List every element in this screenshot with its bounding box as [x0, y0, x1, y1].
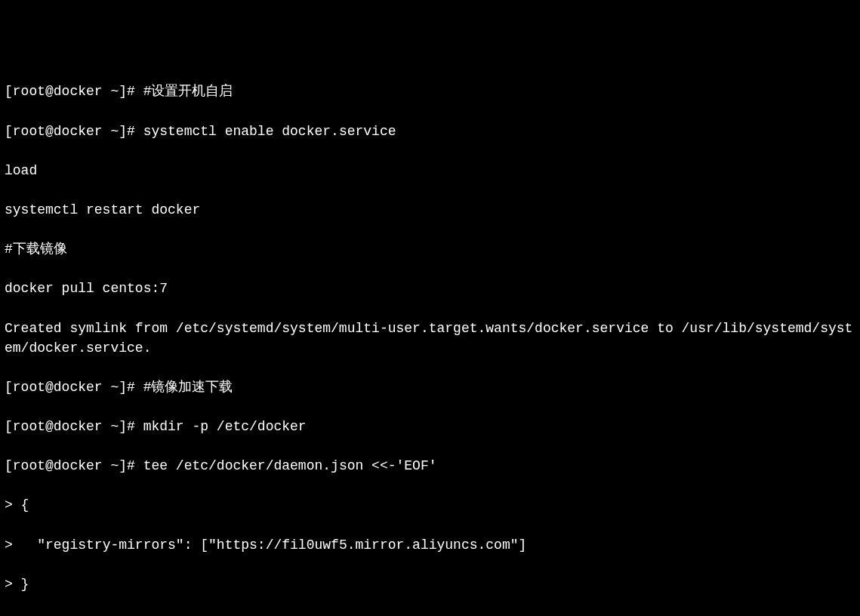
command-comment: #设置开机自启	[143, 84, 233, 99]
heredoc-prompt: >	[5, 537, 21, 553]
output-line: load	[5, 161, 855, 180]
heredoc-line: > }	[5, 574, 855, 594]
heredoc-content: {	[21, 497, 29, 513]
heredoc-prompt: >	[5, 497, 21, 513]
command: mkdir -p /etc/docker	[143, 419, 307, 434]
terminal-line: [root@docker ~]# #设置开机自启	[5, 82, 855, 101]
shell-prompt: [root@docker ~]#	[5, 458, 143, 473]
shell-prompt: [root@docker ~]#	[5, 124, 143, 139]
terminal-line: [root@docker ~]# mkdir -p /etc/docker	[5, 417, 855, 436]
heredoc-content: "registry-mirrors": ["https://fil0uwf5.m…	[21, 537, 527, 553]
shell-prompt: [root@docker ~]#	[5, 380, 143, 395]
heredoc-line: > "registry-mirrors": ["https://fil0uwf5…	[5, 535, 855, 555]
output-line: docker pull centos:7	[5, 279, 855, 298]
output-line: #下载镜像	[5, 239, 855, 259]
terminal-line: [root@docker ~]# systemctl enable docker…	[5, 122, 855, 141]
heredoc-content: }	[21, 577, 29, 592]
terminal-line: [root@docker ~]# #镜像加速下载	[5, 377, 855, 397]
command: tee /etc/docker/daemon.json <<-'EOF'	[143, 458, 437, 473]
heredoc-line: > {	[5, 495, 855, 515]
terminal-line: [root@docker ~]# tee /etc/docker/daemon.…	[5, 456, 855, 476]
shell-prompt: [root@docker ~]#	[5, 84, 143, 99]
heredoc-prompt: >	[5, 577, 21, 592]
output-line: Created symlink from /etc/systemd/system…	[5, 319, 855, 358]
shell-prompt: [root@docker ~]#	[5, 419, 143, 434]
command: systemctl enable docker.service	[143, 124, 396, 139]
output-line: systemctl restart docker	[5, 200, 855, 220]
command-comment: #镜像加速下载	[143, 380, 233, 395]
